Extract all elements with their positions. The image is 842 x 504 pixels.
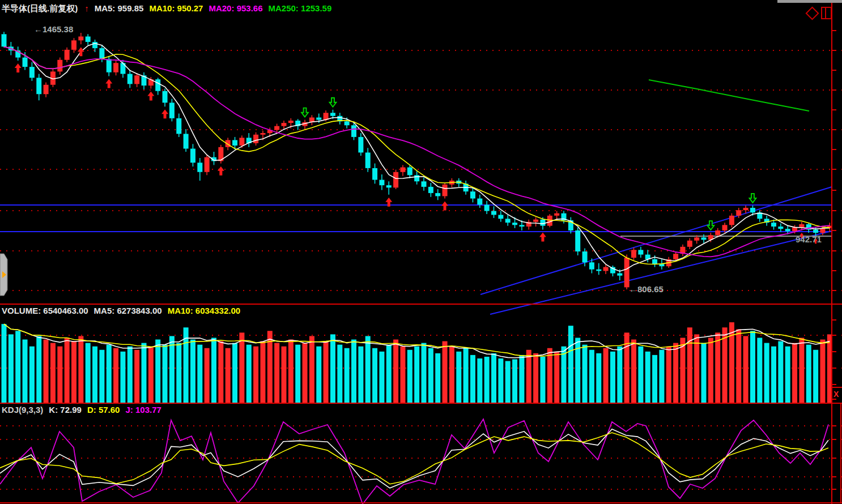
volume-bars — [2, 322, 832, 403]
kdj-j-line — [0, 419, 828, 504]
instrument-title: 半导体(日线.前复权) — [2, 3, 78, 13]
ma250-line — [649, 80, 809, 111]
top-scroll-strip — [777, 0, 842, 3]
volume-value: VOLUME: 6540463.00 — [2, 306, 88, 315]
kdj-j-value: J: 103.77 — [125, 405, 161, 415]
kdj-indicator-name: KDJ(9,3,3) — [2, 405, 43, 415]
diamond-icon[interactable] — [806, 7, 818, 19]
ma5-value: MA5: 959.85 — [95, 3, 144, 13]
volume-header: VOLUME: 6540463.00MA5: 6273843.00MA10: 6… — [2, 306, 246, 315]
high-price-label: ←1465.38 — [34, 24, 73, 34]
volume-ma5-value: MA5: 6273843.00 — [94, 306, 162, 315]
ma20-value: MA20: 953.66 — [209, 3, 262, 13]
kdj-k-value: K: 72.99 — [49, 405, 82, 415]
low-price-label: ←806.65 — [629, 284, 664, 294]
current-price-label: 942.71 — [796, 234, 822, 244]
chart-canvas[interactable] — [0, 0, 842, 504]
kdj-header: KDJ(9,3,3)K: 72.99D: 57.60J: 103.77 — [2, 405, 167, 415]
split-window-icon[interactable] — [822, 7, 831, 19]
grid-lines — [0, 50, 842, 489]
close-indicator-button[interactable]: X — [834, 390, 839, 399]
kdj-k-line — [0, 429, 828, 488]
volume-ma10-value: MA10: 6034332.00 — [168, 306, 240, 315]
ma250-value: MA250: 1253.59 — [269, 3, 332, 13]
main-chart-header: 半导体(日线.前复权)↑MA5: 959.85MA10: 950.27MA20:… — [2, 3, 337, 14]
header-icons — [805, 5, 839, 27]
stock-chart-window: 半导体(日线.前复权)↑MA5: 959.85MA10: 950.27MA20:… — [0, 0, 842, 504]
kdj-d-value: D: 57.60 — [87, 405, 120, 415]
frame — [0, 0, 842, 504]
left-panel-expander[interactable] — [0, 253, 11, 298]
kdj-d-line — [0, 433, 828, 484]
price-up-arrow-icon: ↑ — [84, 3, 89, 13]
ma10-value: MA10: 950.27 — [149, 3, 203, 13]
